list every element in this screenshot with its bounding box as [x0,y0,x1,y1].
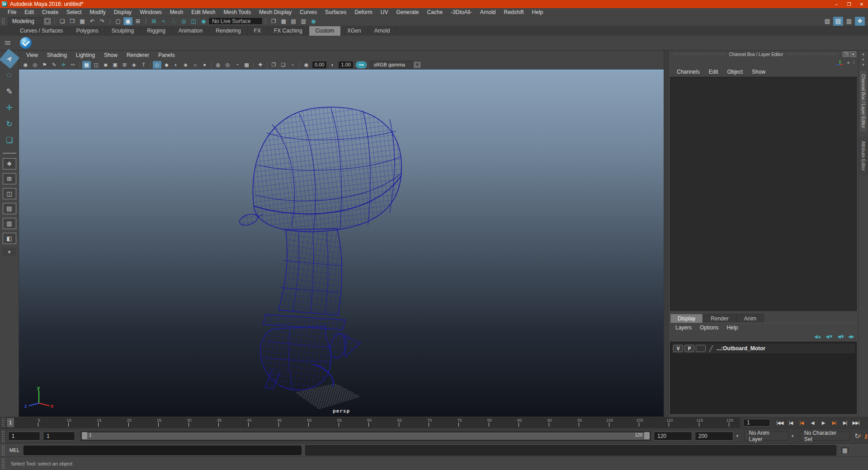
polygons[interactable]: Polygons [70,26,105,36]
range-start-handle[interactable] [82,432,87,439]
select-object-icon[interactable]: ▣ [123,17,132,25]
modify[interactable]: Modify [85,8,109,16]
safe-action-icon[interactable]: ◈ [130,61,138,69]
snap-to-points-icon[interactable]: ∴ [169,17,178,25]
make-live-icon[interactable]: ◉ [199,17,208,25]
render-settings-icon[interactable]: ▥ [299,17,308,25]
viewport-canvas[interactable]: y x z persp [19,70,664,417]
file[interactable]: File [4,8,20,16]
drag-texture[interactable] [786,53,839,56]
render-view-icon[interactable]: ❒ [269,17,278,25]
shelf-menu-icon[interactable] [2,41,14,45]
step-back-frame-icon[interactable]: |◀ [786,418,796,427]
lighting[interactable]: Lighting [71,52,99,58]
show[interactable]: Show [747,69,770,75]
anim[interactable]: Anim [736,314,764,323]
hypershade-icon[interactable]: ◉ [309,17,318,25]
shading[interactable]: Shading [42,52,71,58]
curves[interactable]: Curves [296,8,321,16]
shadows-toggle-icon[interactable]: ● [200,61,209,69]
range-track[interactable] [82,432,650,440]
wireframe-display-icon[interactable]: ◇ [153,61,161,69]
new-layer-from-selected-icon[interactable]: ◀● [848,334,854,339]
layer-color-swatch[interactable]: ╱ [707,345,715,352]
shelf-item-icon[interactable] [20,37,32,49]
layout-persp-uv-icon[interactable]: ◧ [3,233,16,244]
channel-list-area[interactable] [670,77,857,311]
layout-four-view-icon[interactable]: ⊞ [3,173,16,184]
play-backwards-icon[interactable]: ◀ [807,418,817,427]
scroll-up-icon[interactable]: ▲ [862,52,865,56]
camera-pivot-icon[interactable]: ✛ [59,61,68,69]
grease-pencil-icon[interactable]: ✎ [50,61,58,69]
snap-to-curves-icon[interactable]: ≈ [159,17,168,25]
pane-layout-next-icon[interactable]: ❏ [279,61,288,69]
field-chart-icon[interactable]: ⊞ [120,61,129,69]
windows[interactable]: Windows [136,8,166,16]
help-line-grip[interactable] [1,458,5,469]
command-line-grip[interactable] [1,445,5,456]
layout-more-icon[interactable]: ▾ [3,248,16,256]
chevron-down-icon[interactable]: ▼ [791,434,795,438]
renderer[interactable]: Renderer [122,52,154,58]
3dtoall[interactable]: -3DtoAll- [447,8,476,16]
command-result-field[interactable] [305,445,836,456]
layer-name[interactable]: ...:Outboard_Motor [717,345,765,352]
paint-select-tool-icon[interactable]: ✎ [2,84,17,99]
channel-box-header[interactable]: Channel Box / Layer Editor ❐ ✕ [669,51,858,58]
snap-to-projected-center-icon[interactable]: ◎ [179,17,188,25]
current-frame-marker[interactable]: 1 [7,418,14,427]
layer-display-type-toggle[interactable] [696,345,706,352]
minimize-icon[interactable]: – [830,0,843,8]
layout-hypershade-persp-icon[interactable]: ▥ [3,218,16,229]
view[interactable]: View [22,52,42,58]
playback-start-field[interactable]: 1 [43,432,75,441]
layers[interactable]: Layers [671,324,696,331]
rigging[interactable]: Rigging [141,26,172,36]
undo-icon[interactable]: ↶ [88,17,97,25]
close-panel-icon[interactable]: ✕ [850,52,856,57]
surfaces[interactable]: Surfaces [321,8,350,16]
shaded-display-icon[interactable]: ◆ [162,61,171,69]
hyperbolic-state-icon[interactable]: / [853,60,854,65]
snap-to-grids-icon[interactable]: ⊞ [149,17,158,25]
display[interactable]: Display [670,314,703,323]
animation[interactable]: Animation [172,26,209,36]
isolate-select-icon[interactable]: ✚ [256,61,264,69]
curves-surfaces[interactable]: Curves / Surfaces [14,26,70,36]
attribute-editor-icon[interactable]: ▤ [833,17,843,26]
exposure-field[interactable]: 0.00 [312,61,326,68]
snap-to-view-planes-icon[interactable]: ◫ [189,17,198,25]
gate-mask-icon[interactable]: ▣ [111,61,119,69]
generate[interactable]: Generate [392,8,423,16]
tab-channel-box[interactable]: Channel Box / Layer Editor [859,70,868,132]
redshift[interactable]: Redshift [500,8,528,16]
open-scene-icon[interactable]: ❒ [68,17,77,25]
select[interactable]: Select [62,8,85,16]
ipr-render-icon[interactable]: ▤ [289,17,298,25]
current-frame-field[interactable]: 1 [743,419,770,427]
color-space-selector[interactable]: sRGB gamma ▼ [370,61,421,69]
playback-end-field[interactable]: 120 [654,432,692,441]
mesh-display[interactable]: Mesh Display [255,8,296,16]
maximize-icon[interactable]: ❐ [843,0,855,8]
fx[interactable]: FX [248,26,268,36]
textured-display-icon[interactable]: ◐ [172,61,180,69]
deform[interactable]: Deform [350,8,376,16]
layer-visible-toggle[interactable]: V [673,345,683,352]
edit[interactable]: Edit [20,8,38,16]
auto-keyframe-icon[interactable]: ⚷ [863,433,868,440]
mesh-tools[interactable]: Mesh Tools [220,8,255,16]
cache[interactable]: Cache [423,8,447,16]
depth-of-field-icon[interactable]: ◔ [233,61,241,69]
custom[interactable]: Custom [309,26,341,36]
go-to-start-icon[interactable]: |◀◀ [775,418,785,427]
tool-settings-icon[interactable]: ▥ [844,17,854,26]
tab-attribute-editor[interactable]: Attribute Editor [859,137,868,175]
animation-start-field[interactable]: 1 [8,432,40,441]
arnold[interactable]: Arnold [368,26,397,36]
channels[interactable]: Channels [672,69,704,75]
chevron-down-icon[interactable]: ▼ [736,434,740,438]
ambient-occlusion-icon[interactable]: ◍ [214,61,222,69]
color-management-toggle[interactable]: ON [356,61,367,68]
